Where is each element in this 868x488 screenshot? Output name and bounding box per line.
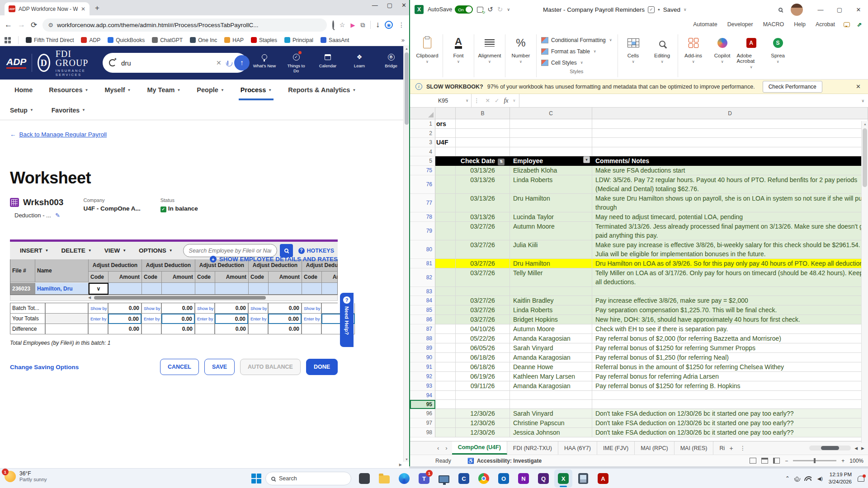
wifi-icon[interactable]: [804, 476, 811, 481]
row-number[interactable]: 2: [410, 129, 435, 138]
adp-search-bar[interactable]: ✕ ↑: [103, 53, 247, 73]
employee-cell[interactable]: [510, 391, 592, 400]
need-help-tab[interactable]: ? Need Help?: [340, 293, 354, 347]
sheet-tab-haa-6y7-[interactable]: HAA (6Y7): [558, 441, 597, 455]
employee-cell[interactable]: Linda Roberts: [510, 305, 592, 315]
page-layout-view-icon[interactable]: [761, 458, 768, 464]
cell-a[interactable]: [435, 324, 456, 334]
name-box[interactable]: K95∨: [435, 94, 472, 107]
row-number[interactable]: 95: [410, 400, 435, 409]
comments-cell[interactable]: New hire, DOH: 3/16, should have approxi…: [592, 315, 868, 324]
bookmark-item[interactable]: SaasAnt: [321, 37, 349, 43]
cell-a[interactable]: [435, 400, 456, 409]
cell-a[interactable]: [435, 129, 456, 138]
cell-a[interactable]: U4F: [435, 138, 456, 147]
sheet-scroll-right-icon[interactable]: ▶: [861, 446, 864, 450]
taskbar-app-window-stack[interactable]: [355, 469, 373, 488]
comments-cell[interactable]: Dru Hamilton on LOA as of 3/9/26. So for…: [592, 259, 868, 268]
hidden-icons-chevron[interactable]: ⌃: [785, 475, 790, 482]
bookmark-item[interactable]: HAP: [224, 37, 244, 43]
cell-a[interactable]: [435, 391, 456, 400]
check-date-cell[interactable]: 03/13/26: [456, 175, 510, 194]
row-number[interactable]: 87: [410, 324, 435, 334]
cell-a[interactable]: [435, 428, 456, 437]
nav-item-myself[interactable]: Myself▼: [104, 80, 131, 100]
save-button[interactable]: SAVE: [204, 359, 235, 375]
check-date-cell[interactable]: 03/27/26: [456, 315, 510, 324]
done-button[interactable]: DONE: [306, 359, 338, 375]
zoom-icon[interactable]: [332, 21, 334, 28]
cell-a[interactable]: [435, 147, 456, 156]
ribbon-group-number[interactable]: %Number∨: [506, 33, 535, 79]
row-number[interactable]: 75: [410, 166, 435, 175]
ribbon-group-editing[interactable]: Editing∨: [648, 33, 677, 79]
comments-cell[interactable]: Don't take FSA deduction on 12/30/26 bc …: [592, 428, 868, 437]
column-a-header[interactable]: [435, 108, 456, 119]
sheet-tab-ri[interactable]: Ri: [713, 441, 725, 455]
amount-cell[interactable]: [215, 283, 249, 295]
comments-cell[interactable]: Pay increase effective 3/8/26, make sure…: [592, 296, 868, 305]
cell-a[interactable]: [435, 296, 456, 305]
insert-menu-button[interactable]: INSERT▼: [14, 247, 55, 254]
share-icon[interactable]: ⇗: [854, 21, 865, 28]
options-menu-button[interactable]: OPTIONS▼: [132, 247, 179, 254]
cell-c[interactable]: [510, 119, 592, 129]
bookmark-star-icon[interactable]: ☆: [340, 21, 345, 28]
row-number[interactable]: 96: [410, 409, 435, 418]
back-to-payroll-link[interactable]: ← Back to Manage Regular Payroll: [10, 131, 399, 138]
check-date-cell[interactable]: 12/30/26: [456, 409, 510, 418]
tab-close-icon[interactable]: ✕: [81, 6, 85, 12]
expand-formula-bar-icon[interactable]: ∨: [858, 99, 868, 103]
excel-maximize-button[interactable]: ▢: [830, 0, 849, 19]
check-date-cell[interactable]: 03/27/26: [456, 268, 510, 287]
weather-widget[interactable]: 1 36°F Partly sunny: [5, 470, 47, 482]
bookmarks-overflow-icon[interactable]: »: [401, 37, 405, 43]
comments-cell[interactable]: Don't take FSA deduction on 12/30/26 bc …: [592, 418, 868, 428]
cancel-button[interactable]: CANCEL: [160, 359, 199, 375]
taskbar-app-acrobat[interactable]: A: [594, 469, 612, 488]
employee-cell[interactable]: Amanda Karagosian: [510, 353, 592, 362]
show-employee-details-link[interactable]: + SHOW EMPLOYEE DETAILS AND RATES: [210, 256, 338, 263]
sheet-menu-icon[interactable]: ⋮: [737, 445, 749, 451]
excel-search-icon[interactable]: [778, 8, 783, 12]
code-cell[interactable]: [142, 283, 162, 295]
start-button[interactable]: [251, 474, 261, 483]
row-number[interactable]: 93: [410, 381, 435, 391]
nav-item-people[interactable]: People▼: [197, 80, 224, 100]
comments-cell[interactable]: Make sure Dru Hamilton shows up on payro…: [592, 194, 868, 212]
reload-icon[interactable]: ⟳: [31, 20, 37, 30]
taskbar-search[interactable]: Search: [265, 472, 351, 485]
employee-cell[interactable]: Linda Roberts: [510, 175, 592, 194]
nav-item-process[interactable]: Process▼: [241, 80, 272, 100]
hotkeys-link[interactable]: ?HOTKEYS: [298, 248, 334, 254]
cell-b[interactable]: [456, 138, 510, 147]
check-date-cell[interactable]: 04/10/26: [456, 324, 510, 334]
cell-a[interactable]: [435, 334, 456, 343]
cell-c[interactable]: [510, 129, 592, 138]
row-number[interactable]: 86: [410, 315, 435, 324]
ribbon-group-add-ins[interactable]: Add-ins∨: [679, 33, 708, 79]
comments-cell[interactable]: Pay separation compensation $1,225.70. T…: [592, 305, 868, 315]
site-settings-icon[interactable]: ⚙: [48, 22, 53, 28]
bookmark-item[interactable]: Fifth Third Direct: [26, 37, 74, 43]
comments-cell[interactable]: Pay referral bonus of $2,000 (for referr…: [592, 334, 868, 343]
clear-search-icon[interactable]: ✕: [216, 59, 222, 66]
ribbon-tab-automate[interactable]: Automate: [688, 21, 722, 28]
totals-amount-cell[interactable]: 0.00: [268, 314, 302, 324]
employee-cell[interactable]: Autumn Moore: [510, 324, 592, 334]
comments-cell[interactable]: Pay referral bonus of $1250 for referrin…: [592, 381, 868, 391]
style-item-cell-styles[interactable]: Cell Styles∨: [541, 57, 612, 68]
zoom-level[interactable]: 100%: [849, 458, 863, 464]
employee-cell[interactable]: Dru Hamilton: [510, 194, 592, 212]
taskbar-app-edge[interactable]: [395, 469, 413, 488]
browser-close-button[interactable]: ✕: [401, 2, 406, 9]
sheet-scroll-left-icon[interactable]: ◀: [854, 446, 858, 450]
employee-cell[interactable]: Amanda Karagosian: [510, 334, 592, 343]
search-submit-button[interactable]: ↑: [234, 55, 250, 70]
employee-cell[interactable]: Autumn Moore: [510, 222, 592, 240]
save-icon[interactable]: [477, 7, 483, 13]
quicklink-bulb[interactable]: What's New: [253, 52, 276, 73]
check-date-cell[interactable]: 12/30/26: [456, 428, 510, 437]
cell-c[interactable]: [510, 138, 592, 147]
check-date-cell[interactable]: [456, 287, 510, 296]
